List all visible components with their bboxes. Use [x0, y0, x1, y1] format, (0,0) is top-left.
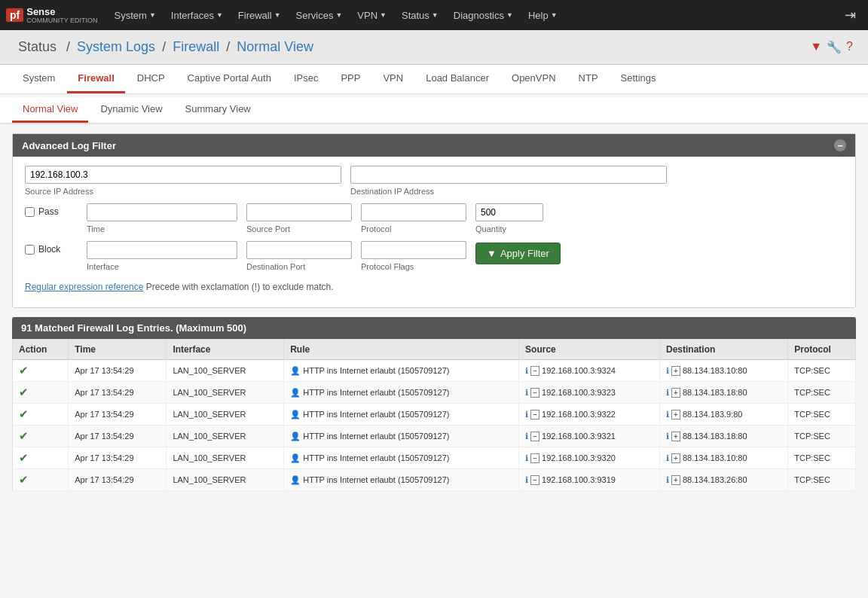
dest-plus-icon[interactable]: +	[671, 410, 680, 420]
tab-system[interactable]: System	[12, 65, 66, 93]
subtab-summary-view[interactable]: Summary View	[175, 97, 261, 123]
cell-destination: ℹ + 88.134.183.10:80	[660, 360, 788, 382]
col-source: Source	[519, 340, 660, 360]
pass-checkbox[interactable]	[25, 207, 35, 217]
source-info-icon[interactable]: ℹ	[525, 432, 528, 441]
cell-action: ✔	[13, 360, 69, 382]
nav-vpn[interactable]: VPN ▼	[350, 0, 394, 30]
filter-header: Advanced Log Filter −	[13, 134, 855, 157]
dest-info-icon[interactable]: ℹ	[666, 410, 669, 419]
breadcrumb-sep3: /	[226, 39, 234, 54]
cell-time: Apr 17 13:54:29	[69, 404, 167, 426]
cell-interface: LAN_100_SERVER	[167, 426, 284, 447]
time-input[interactable]	[87, 203, 237, 221]
source-info-icon[interactable]: ℹ	[525, 366, 528, 375]
breadcrumb-system-logs[interactable]: System Logs	[77, 39, 155, 54]
filter-icon[interactable]: ▼	[810, 40, 822, 54]
destination-ip-input[interactable]	[350, 166, 667, 184]
nav-firewall[interactable]: Firewall ▼	[231, 0, 289, 30]
source-port-label: Source Port	[246, 224, 352, 233]
source-minus-icon[interactable]: −	[530, 388, 539, 398]
logout-icon[interactable]: ⇥	[839, 7, 862, 23]
dest-info-icon[interactable]: ℹ	[666, 475, 669, 484]
apply-filter-button[interactable]: ▼ Apply Filter	[475, 243, 561, 264]
breadcrumb-sep1: /	[66, 39, 74, 54]
source-ip-label: Source IP Address	[25, 187, 341, 196]
settings-icon[interactable]: 🔧	[827, 40, 842, 54]
regex-note-text: Precede with exclamation (!) to exclude …	[146, 282, 334, 292]
tab-settings[interactable]: Settings	[610, 65, 667, 93]
cell-time: Apr 17 13:54:29	[69, 426, 167, 447]
source-port-input[interactable]	[246, 203, 352, 221]
brand: pf Sense COMMUNITY EDITION	[6, 6, 98, 25]
nav-diagnostics[interactable]: Diagnostics ▼	[446, 0, 521, 30]
block-checkbox[interactable]	[25, 245, 35, 255]
source-info-icon[interactable]: ℹ	[525, 410, 528, 419]
tab-openvpn[interactable]: OpenVPN	[501, 65, 567, 93]
tab-ntp[interactable]: NTP	[568, 65, 609, 93]
nav-system[interactable]: System ▼	[107, 0, 164, 30]
nav-help[interactable]: Help ▼	[521, 0, 565, 30]
tab-dhcp[interactable]: DHCP	[127, 65, 176, 93]
quantity-input[interactable]	[475, 203, 543, 221]
breadcrumb-normal-view[interactable]: Normal View	[237, 39, 313, 54]
source-info-icon[interactable]: ℹ	[525, 388, 528, 397]
tab-captive-portal[interactable]: Captive Portal Auth	[177, 65, 282, 93]
regex-note: Regular expression reference Precede wit…	[25, 279, 843, 298]
log-header: 91 Matched Firewall Log Entries. (Maximu…	[12, 317, 856, 339]
action-icon: ✔	[19, 407, 29, 420]
cell-rule: 👤 HTTP ins Internet erlaubt (1505709127)	[284, 404, 519, 426]
protocol-flags-input[interactable]	[361, 241, 466, 259]
nav-status[interactable]: Status ▼	[394, 0, 446, 30]
dest-plus-icon[interactable]: +	[671, 475, 680, 485]
main-tabs: System Firewall DHCP Captive Portal Auth…	[0, 65, 868, 94]
source-minus-icon[interactable]: −	[530, 366, 539, 376]
cell-protocol: TCP:SEC	[788, 447, 856, 469]
source-minus-icon[interactable]: −	[530, 453, 539, 463]
destination-ip-group: Destination IP Address	[350, 166, 667, 196]
cell-source: ℹ − 192.168.100.3:9319	[519, 469, 660, 491]
source-ip-input[interactable]	[25, 166, 341, 184]
tab-load-balancer[interactable]: Load Balancer	[415, 65, 500, 93]
subtab-normal-view[interactable]: Normal View	[12, 97, 88, 123]
dest-info-icon[interactable]: ℹ	[666, 366, 669, 375]
breadcrumb-actions: ▼ 🔧 ?	[810, 40, 853, 54]
log-table-head: Action Time Interface Rule Source Destin…	[13, 340, 856, 360]
protocol-input[interactable]	[361, 203, 466, 221]
destination-port-input[interactable]	[246, 241, 352, 259]
source-minus-icon[interactable]: −	[530, 432, 539, 441]
source-minus-icon[interactable]: −	[530, 475, 539, 485]
source-info-icon[interactable]: ℹ	[525, 453, 528, 462]
apply-filter-label: Apply Filter	[500, 248, 549, 259]
subtab-dynamic-view[interactable]: Dynamic View	[90, 97, 173, 123]
breadcrumb: Status / System Logs / Firewall / Normal…	[15, 39, 313, 55]
tab-vpn[interactable]: VPN	[372, 65, 414, 93]
dest-plus-icon[interactable]: +	[671, 388, 680, 398]
breadcrumb-sep2: /	[162, 39, 170, 54]
action-icon: ✔	[19, 386, 29, 398]
tab-ppp[interactable]: PPP	[330, 65, 371, 93]
nav-services[interactable]: Services ▼	[289, 0, 350, 30]
dest-plus-icon[interactable]: +	[671, 453, 680, 463]
dest-info-icon[interactable]: ℹ	[666, 453, 669, 462]
help-icon[interactable]: ?	[846, 40, 853, 54]
tab-firewall[interactable]: Firewall	[67, 65, 124, 93]
cell-source: ℹ − 192.168.100.3:9320	[519, 447, 660, 469]
table-row: ✔ Apr 17 13:54:29 LAN_100_SERVER 👤 HTTP …	[13, 447, 856, 469]
dest-info-icon[interactable]: ℹ	[666, 388, 669, 397]
breadcrumb-firewall[interactable]: Firewall	[173, 39, 219, 54]
tab-ipsec[interactable]: IPsec	[283, 65, 329, 93]
cell-interface: LAN_100_SERVER	[167, 404, 284, 426]
dest-plus-icon[interactable]: +	[671, 366, 680, 376]
dest-plus-icon[interactable]: +	[671, 432, 680, 441]
interface-input[interactable]	[87, 241, 237, 259]
nav-interfaces[interactable]: Interfaces ▼	[164, 0, 231, 30]
navbar: pf Sense COMMUNITY EDITION System ▼ Inte…	[0, 0, 868, 30]
source-minus-icon[interactable]: −	[530, 410, 539, 420]
source-info-icon[interactable]: ℹ	[525, 475, 528, 484]
collapse-filter-button[interactable]: −	[834, 139, 846, 151]
filter-row-block: Block Interface Destination Port Protoco…	[25, 241, 843, 271]
dest-info-icon[interactable]: ℹ	[666, 432, 669, 441]
regex-link[interactable]: Regular expression reference	[25, 282, 143, 292]
cell-destination: ℹ + 88.134.183.18:80	[660, 426, 788, 447]
